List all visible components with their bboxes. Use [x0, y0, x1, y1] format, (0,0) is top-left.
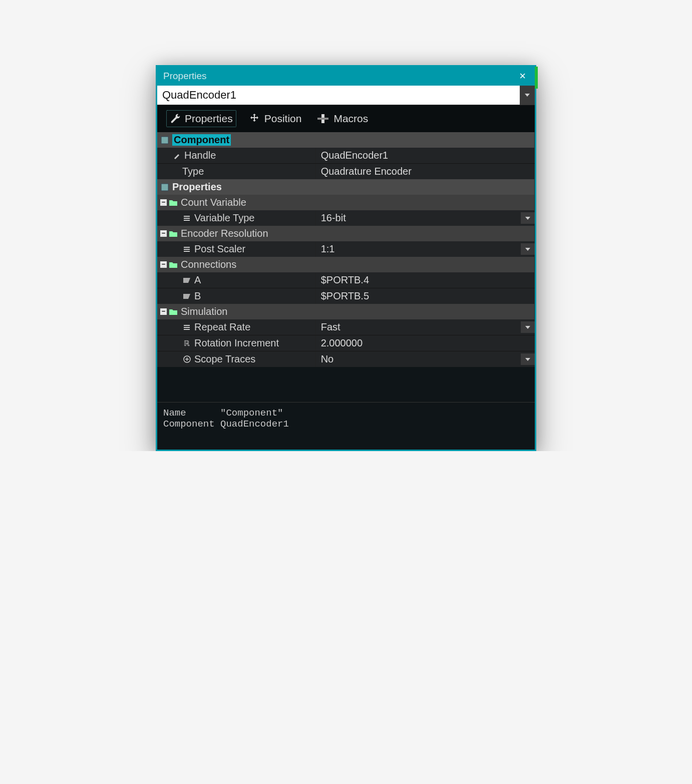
svg-rect-8	[184, 249, 190, 250]
row-handle-label: Handle	[184, 150, 216, 161]
svg-rect-9	[184, 251, 190, 252]
folder-icon	[169, 198, 178, 207]
repeat-rate-dropdown[interactable]	[521, 321, 535, 333]
row-post-scaler[interactable]: Post Scaler 1:1	[157, 241, 535, 257]
row-variable-type[interactable]: Variable Type 16-bit	[157, 210, 535, 226]
row-repeat-rate-label: Repeat Rate	[194, 321, 250, 333]
property-grid: Component Handle QuadEncoder1 Type Quadr…	[157, 132, 535, 367]
group-connections-label: Connections	[181, 259, 236, 270]
svg-rect-5	[184, 218, 190, 219]
list-icon	[182, 245, 191, 254]
row-scope-traces-value: No	[321, 353, 521, 365]
wrench-icon	[170, 113, 181, 124]
row-rotation-increment-label: Rotation Increment	[194, 337, 279, 349]
row-rotation-increment[interactable]: ℝ Rotation Increment 2.000000	[157, 335, 535, 351]
svg-rect-6	[184, 220, 190, 221]
collapse-icon[interactable]: −	[160, 230, 167, 237]
svg-rect-3	[161, 184, 168, 191]
row-type[interactable]: Type Quadrature Encoder	[157, 163, 535, 179]
folder-icon	[169, 260, 178, 269]
collapse-icon[interactable]: −	[160, 199, 167, 206]
row-connection-a-label: A	[194, 274, 201, 286]
collapse-icon[interactable]: −	[160, 308, 167, 315]
svg-rect-1	[317, 118, 328, 120]
tab-properties-label: Properties	[185, 113, 233, 125]
folder-icon	[169, 307, 178, 316]
pin-icon	[182, 292, 191, 301]
plus-circle-icon	[182, 355, 191, 364]
component-dropdown-button[interactable]	[520, 86, 535, 105]
row-connection-b-value: $PORTB.5	[321, 290, 530, 302]
group-simulation[interactable]: − Simulation	[157, 304, 535, 319]
section-component[interactable]: Component	[157, 132, 535, 148]
svg-rect-4	[184, 216, 190, 217]
row-type-label: Type	[182, 166, 204, 177]
handle-icon	[172, 151, 181, 160]
row-variable-type-value: 16-bit	[321, 212, 521, 224]
chevron-down-icon	[525, 326, 530, 329]
chevron-down-icon	[525, 217, 530, 220]
svg-rect-7	[184, 247, 190, 248]
row-repeat-rate-value: Fast	[321, 321, 521, 333]
row-connection-b-label: B	[194, 290, 201, 302]
row-connection-b[interactable]: B $PORTB.5	[157, 288, 535, 304]
row-variable-type-label: Variable Type	[194, 212, 254, 224]
row-connection-a-value: $PORTB.4	[321, 274, 530, 286]
svg-rect-14	[184, 329, 190, 330]
status-line-1: Name "Component"	[163, 408, 283, 419]
status-line-2: Component QuadEncoder1	[163, 419, 289, 430]
row-rotation-increment-value: 2.000000	[321, 337, 530, 349]
row-post-scaler-value: 1:1	[321, 243, 521, 255]
panel-title: Properties	[163, 71, 207, 82]
svg-rect-2	[161, 137, 168, 144]
scope-traces-dropdown[interactable]	[521, 353, 535, 365]
move-icon	[248, 113, 260, 125]
svg-rect-12	[184, 325, 190, 326]
post-scaler-dropdown[interactable]	[521, 243, 535, 255]
titlebar: Properties ×	[157, 67, 535, 86]
section-icon	[160, 136, 169, 145]
row-repeat-rate[interactable]: Repeat Rate Fast	[157, 319, 535, 335]
tab-bar: Properties Position Macros	[157, 105, 535, 132]
tab-macros-label: Macros	[333, 113, 368, 125]
svg-marker-11	[183, 294, 190, 299]
tab-macros[interactable]: Macros	[313, 111, 371, 127]
edge-accent	[535, 67, 538, 89]
tab-position[interactable]: Position	[245, 111, 305, 127]
component-selector	[157, 86, 535, 105]
svg-rect-13	[184, 327, 190, 328]
component-name-input[interactable]	[157, 86, 520, 105]
row-post-scaler-label: Post Scaler	[194, 243, 245, 255]
group-count-variable-label: Count Variable	[181, 197, 246, 208]
section-component-label: Component	[172, 134, 231, 146]
row-type-value: Quadrature Encoder	[321, 166, 530, 177]
chevron-down-icon	[525, 358, 530, 361]
row-connection-a[interactable]: A $PORTB.4	[157, 272, 535, 288]
chevron-down-icon	[525, 94, 530, 97]
group-encoder-resolution-label: Encoder Resolution	[181, 228, 268, 239]
section-properties-label: Properties	[172, 181, 222, 193]
svg-marker-10	[183, 278, 190, 283]
section-icon	[160, 183, 169, 192]
row-scope-traces[interactable]: Scope Traces No	[157, 351, 535, 367]
row-handle[interactable]: Handle QuadEncoder1	[157, 148, 535, 163]
list-icon	[182, 214, 191, 223]
group-simulation-label: Simulation	[181, 306, 227, 317]
tab-properties[interactable]: Properties	[166, 110, 236, 127]
group-encoder-resolution[interactable]: − Encoder Resolution	[157, 226, 535, 241]
list-icon	[182, 323, 191, 332]
row-handle-value: QuadEncoder1	[321, 150, 530, 161]
close-icon[interactable]: ×	[516, 70, 529, 83]
status-info: Name "Component" Component QuadEncoder1	[157, 402, 535, 450]
macros-icon	[316, 113, 329, 124]
section-properties[interactable]: Properties	[157, 179, 535, 195]
group-connections[interactable]: − Connections	[157, 257, 535, 272]
folder-icon	[169, 229, 178, 238]
tab-position-label: Position	[264, 113, 302, 125]
real-number-icon: ℝ	[182, 339, 191, 348]
collapse-icon[interactable]: −	[160, 261, 167, 268]
properties-panel: Properties × Properties Position Macros	[156, 65, 536, 451]
row-scope-traces-label: Scope Traces	[194, 353, 255, 365]
group-count-variable[interactable]: − Count Variable	[157, 195, 535, 210]
variable-type-dropdown[interactable]	[521, 212, 535, 224]
